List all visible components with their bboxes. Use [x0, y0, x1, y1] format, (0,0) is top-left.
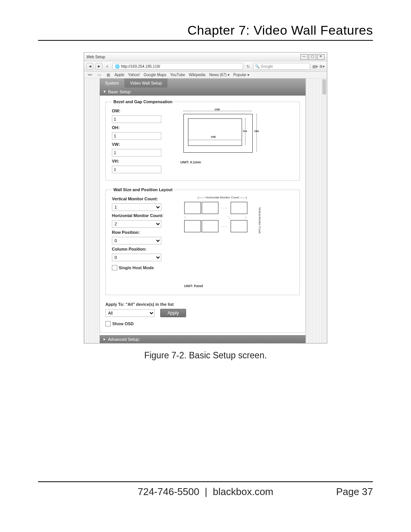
wall-diagram: |—— Horizontal Monitor Count ——| ···· ⋮ … — [184, 197, 260, 246]
bezel-legend: Bezel and Gap Compensation — [112, 99, 174, 104]
browser-toolbar: ◀ ▶ + 🌐 http://169.254.195.119/ ↻ 🔍 Goog… — [84, 61, 327, 72]
panel — [202, 202, 218, 214]
oh-input[interactable] — [112, 132, 161, 140]
footer-contact: 724-746-5500 | blackbox.com — [38, 486, 373, 498]
show-osd-checkbox[interactable] — [105, 321, 111, 326]
new-tab-button[interactable]: + — [105, 64, 110, 69]
panel — [231, 202, 247, 214]
dots: ···· — [219, 202, 230, 214]
reader-icon[interactable]: 👓 — [87, 73, 92, 77]
bezel-diagram: OW VW VH OH — [180, 109, 256, 158]
single-host-checkbox[interactable] — [112, 265, 117, 270]
collapse-icon: ▾ — [104, 89, 106, 94]
row-select[interactable]: 0 — [112, 237, 161, 244]
settings-icon[interactable]: ⚙▾ — [319, 64, 325, 69]
chapter-title: Chapter 7: Video Wall Features — [38, 23, 373, 38]
bookmark-google-maps[interactable]: Google Maps — [144, 73, 166, 77]
apply-to-label: Apply To: "All" device(s) in the list — [105, 302, 300, 307]
close-button[interactable]: ✕ — [317, 54, 325, 60]
search-placeholder: Google — [261, 64, 273, 69]
panel — [184, 220, 201, 232]
show-osd-label: Show OSD — [112, 321, 134, 326]
bookmarks-bar: 👓 ▭ ▦ Apple Yahoo! Google Maps YouTube W… — [84, 72, 327, 78]
grid-icon[interactable]: ▦ — [105, 73, 111, 77]
search-box[interactable]: 🔍 Google — [253, 63, 310, 70]
advanced-setup-label: Advanced Setup: — [108, 337, 140, 342]
tab-system[interactable]: System — [100, 78, 125, 88]
minimize-button[interactable]: — — [300, 54, 308, 60]
page-menu-icon[interactable]: ▤▾ — [312, 64, 318, 69]
title-rule — [38, 40, 373, 41]
reload-button[interactable]: ↻ — [245, 64, 251, 69]
topsites-icon[interactable]: ▭ — [96, 73, 102, 77]
vh-input[interactable] — [112, 166, 161, 173]
panel — [231, 220, 247, 232]
bookmark-popular[interactable]: Popular ▾ — [233, 73, 249, 77]
wall-unit: UNIT: Panel — [184, 284, 260, 288]
back-button[interactable]: ◀ — [86, 63, 93, 70]
bookmark-wikipedia[interactable]: Wikipedia — [189, 73, 205, 77]
basic-setup-header[interactable]: ▾ Basic Setup: — [100, 88, 306, 96]
d-vw: VW — [211, 135, 216, 139]
bookmark-yahoo[interactable]: Yahoo! — [128, 73, 140, 77]
browser-window: Web Setup — ▢ ✕ ◀ ▶ + 🌐 http://169.254.1… — [84, 52, 327, 343]
basic-setup-label: Basic Setup: — [108, 89, 132, 94]
search-icon: 🔍 — [255, 64, 260, 69]
address-bar[interactable]: 🌐 http://169.254.195.119/ — [112, 63, 243, 70]
advanced-setup-header[interactable]: ▸ Advanced Setup: — [100, 335, 306, 343]
vw-label: VW: — [112, 142, 169, 147]
apply-button[interactable]: Apply — [160, 309, 186, 317]
wall-legend: Wall Size and Position Layout — [112, 187, 174, 192]
maximize-button[interactable]: ▢ — [309, 54, 316, 60]
scrollbar[interactable] — [321, 78, 327, 343]
tab-video-wall[interactable]: Video Wall Setup — [125, 78, 168, 88]
scroll-thumb[interactable] — [322, 79, 326, 94]
forward-button[interactable]: ▶ — [96, 63, 102, 70]
hcount-label: Horizontal Monitor Count: — [112, 213, 173, 218]
ow-label: OW: — [112, 109, 169, 113]
expand-icon: ▸ — [104, 337, 106, 342]
wall-fieldset: Wall Size and Position Layout Vertical M… — [105, 187, 300, 295]
window-title: Web Setup — [86, 55, 105, 59]
vh-label: VH: — [112, 159, 169, 163]
figure-caption: Figure 7-2. Basic Setup screen. — [84, 350, 327, 361]
left-gutter — [84, 78, 100, 343]
right-gutter — [306, 78, 321, 343]
apply-to-select[interactable]: All — [105, 309, 155, 317]
bookmark-apple[interactable]: Apple — [115, 73, 124, 77]
single-host-label: Single Host Mode — [119, 265, 154, 270]
col-label: Column Position: — [112, 247, 173, 251]
dots: ⋮ ⋱ ⋮ — [184, 215, 247, 219]
panel — [184, 202, 201, 214]
bezel-unit: UNIT: 0.1mm — [180, 160, 256, 164]
globe-icon: 🌐 — [115, 64, 119, 69]
page-tabs: System Video Wall Setup — [100, 78, 306, 88]
dots: ···· — [219, 220, 230, 232]
vcount-label: Vertical Monitor Count: — [112, 197, 173, 201]
vcount-select[interactable]: 1 — [112, 203, 161, 211]
bookmark-youtube[interactable]: YouTube — [170, 73, 185, 77]
footer-rule — [38, 481, 373, 482]
d-vcount: Vertical Monitor Count — [257, 203, 261, 237]
hcount-select[interactable]: 2 — [112, 220, 161, 228]
vw-input[interactable] — [112, 149, 161, 157]
url-text: http://169.254.195.119/ — [121, 64, 160, 69]
col-select[interactable]: 0 — [112, 254, 161, 261]
oh-label: OH: — [112, 125, 169, 130]
bezel-fieldset: Bezel and Gap Compensation OW: OH: VW: — [105, 99, 300, 181]
bookmark-news[interactable]: News (67) ▾ — [209, 73, 229, 77]
ow-input[interactable] — [112, 115, 161, 123]
panel — [202, 220, 218, 232]
row-label: Row Position: — [112, 230, 173, 235]
d-hcount: Horizontal Monitor Count — [206, 196, 239, 199]
window-titlebar: Web Setup — ▢ ✕ — [84, 53, 327, 61]
